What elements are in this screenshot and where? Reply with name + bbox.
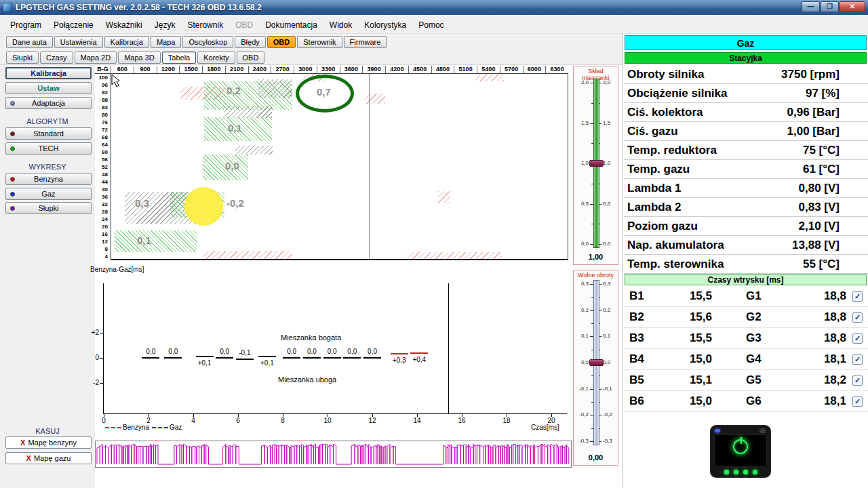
tab-mapa[interactable]: Mapa	[151, 36, 182, 48]
param-row: Ciś. gazu1,00 [Bar]	[624, 122, 868, 141]
subtab-s-upki[interactable]: Słupki	[6, 52, 39, 64]
clear-petrol-map-button[interactable]: XMapę benzyny	[5, 436, 92, 449]
subtab-tabela[interactable]: Tabela	[162, 52, 196, 64]
standard-label: Standard	[33, 129, 64, 138]
injector-checkbox[interactable]: ✓	[852, 375, 863, 386]
param-value: 75 [°C]	[803, 144, 868, 157]
menu-item-kolorystyka[interactable]: Kolorystyka	[358, 19, 412, 31]
adaptacja-button[interactable]: Adaptacja	[5, 97, 92, 109]
injection-rows: B115,5G118,8✓B215,6G218,8✓B315,5G318,8✓B…	[624, 286, 868, 412]
algorytm-label: ALGORYTM	[0, 117, 95, 125]
idle-slider: Wolne obroty 0,00 0,30,30,20,20,10,10,00…	[573, 270, 618, 466]
menu-item-widok[interactable]: Widok	[323, 19, 358, 31]
param-row: Nap. akumulatora13,88 [V]	[624, 236, 868, 255]
injection-row: B315,5G318,8✓	[624, 328, 868, 349]
menu-item-pomoc[interactable]: Pomoc	[412, 19, 450, 31]
petrol-injector-label: B4	[629, 352, 659, 366]
standard-dot-icon	[10, 131, 15, 136]
subtab-czasy[interactable]: Czasy	[40, 52, 73, 64]
menu-item-wska-niki[interactable]: Wskaźniki	[100, 19, 149, 31]
map-hatch-region	[475, 74, 504, 81]
slider-tick-label: 0,3	[603, 281, 617, 287]
tab-firmware[interactable]: Firmware	[344, 36, 387, 48]
map-col-3900: 3900	[362, 66, 385, 73]
slider-tick-label: 0,2	[574, 307, 589, 313]
map-plot[interactable]: 0,20,70,10,00,3-0,20,1	[111, 74, 568, 260]
param-value: 61 [°C]	[803, 163, 868, 176]
gas-level-led	[743, 470, 748, 474]
tab-b-dy[interactable]: Błędy	[235, 36, 266, 48]
map-row-72: 72	[95, 126, 110, 134]
adaptation-icon	[10, 101, 15, 106]
benzyna-label: Benzyna	[34, 175, 63, 183]
slider-tick-label: 0,1	[603, 333, 617, 339]
x-icon: X	[20, 439, 25, 447]
injector-checkbox[interactable]: ✓	[852, 312, 863, 323]
map-hatch-region	[438, 191, 450, 203]
subtab-korekty[interactable]: Korekty	[197, 52, 235, 64]
map-row-labels: 1009692888480767268646056524844403632282…	[95, 74, 110, 260]
menu-item-obd[interactable]: OBD	[229, 19, 259, 31]
slider-tick-label: 0,0	[574, 359, 589, 365]
tab-obd[interactable]: OBD	[267, 36, 296, 48]
petrol-injector-label: B2	[629, 310, 659, 324]
gas-level-led	[724, 470, 729, 474]
gas-injector-label: G4	[746, 352, 776, 366]
ustaw-button[interactable]: Ustaw	[5, 82, 92, 94]
injection-row: B515,1G518,2✓	[624, 370, 868, 391]
gaz-series-button[interactable]: Gaz	[5, 188, 92, 200]
kalibracja-button[interactable]: Kalibracja	[5, 67, 92, 79]
subtab-mapa-2d[interactable]: Mapa 2D	[75, 52, 117, 64]
menu-item-sterownik[interactable]: Sterownik	[181, 19, 229, 31]
map-row-32: 32	[95, 201, 110, 208]
petrol-time-value: 15,6	[659, 310, 712, 324]
tab-dane-auta[interactable]: Dane auta	[6, 36, 53, 48]
tab-oscyloskop[interactable]: Oscyloskop	[182, 36, 233, 48]
subtab-mapa-3d[interactable]: Mapa 3D	[118, 52, 161, 64]
standard-algorithm-button[interactable]: Standard	[5, 127, 92, 140]
petrol-gas-chart-title: Benzyna-Gaz[ms]	[90, 266, 144, 273]
maximize-button[interactable]: ❐	[821, 1, 839, 12]
map-row-36: 36	[95, 193, 110, 201]
map-row-56: 56	[95, 156, 110, 163]
injector-checkbox[interactable]: ✓	[852, 396, 863, 407]
menu-item-po-czenie[interactable]: Połączenie	[47, 19, 100, 31]
slider-tick-label: 2,0	[603, 79, 617, 85]
injector-checkbox[interactable]: ✓	[852, 354, 863, 365]
rpm-cursor-line	[369, 74, 370, 260]
map-hatch-region	[203, 251, 292, 260]
slider-tick-label: -0,1	[574, 386, 589, 392]
slider-tick-label: 0,0	[603, 241, 617, 247]
tab-kalibracja[interactable]: Kalibracja	[104, 36, 149, 48]
close-button[interactable]: ✕	[840, 1, 865, 12]
tab-ustawienia[interactable]: Ustawienia	[54, 36, 103, 48]
gaz-label: Gaz	[41, 190, 55, 198]
injector-checkbox[interactable]: ✓	[852, 291, 863, 302]
map-col-4800: 4800	[431, 66, 454, 73]
param-value: 1,00 [Bar]	[787, 125, 868, 138]
map-row-88: 88	[95, 96, 110, 104]
map-row-28: 28	[95, 208, 110, 216]
gas-time-value: 18,8	[776, 331, 846, 345]
injector-checkbox[interactable]: ✓	[852, 333, 863, 344]
petrol-time-value: 15,1	[659, 373, 712, 387]
param-label: Obciążenie silnika	[624, 87, 806, 100]
param-label: Temp. gazu	[624, 163, 803, 176]
minimize-button[interactable]: —	[802, 1, 820, 12]
injection-row: B415,0G418,1✓	[624, 349, 868, 370]
slider-handle[interactable]	[589, 359, 604, 366]
menu-item-program[interactable]: Program	[4, 19, 47, 31]
clear-gas-map-button[interactable]: XMapę gazu	[5, 452, 92, 464]
param-label: Temp. reduktora	[624, 144, 803, 157]
subtab-obd[interactable]: OBD	[237, 52, 265, 64]
gas-injector-label: G6	[746, 394, 776, 408]
slider-handle[interactable]	[589, 160, 604, 167]
benzyna-series-button[interactable]: Benzyna	[5, 173, 92, 185]
slupki-series-button[interactable]: Słupki	[5, 202, 92, 214]
tab-sterownik[interactable]: Sterownik	[297, 36, 342, 48]
menu-item-j-zyk[interactable]: Język	[149, 19, 182, 31]
map-col-1500: 1500	[179, 66, 202, 73]
menu-item-dokumentacja[interactable]: Dokumentacja	[259, 19, 323, 31]
param-label: Obroty silnika	[624, 68, 781, 81]
tech-algorithm-button[interactable]: TECH	[5, 142, 92, 155]
